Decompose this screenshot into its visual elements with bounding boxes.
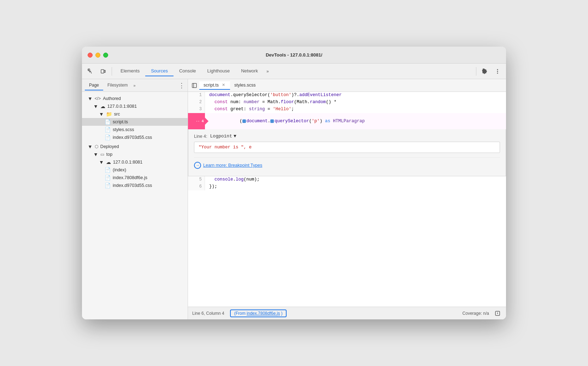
cloud-icon: ☁ <box>100 104 105 109</box>
tab-lighthouse[interactable]: Lighthouse <box>202 66 236 76</box>
more-panel-tabs-button[interactable]: » <box>133 83 135 88</box>
logpoint-input[interactable]: "Your number is ", e <box>194 142 500 153</box>
code-tab-styles-scss[interactable]: styles.scss <box>230 81 260 90</box>
top-icon: ▭ <box>100 152 104 157</box>
logpoint-dropdown-arrow: ▼ <box>234 134 236 139</box>
authored-label: Authored <box>103 96 121 101</box>
tree-item-index-css-1[interactable]: 📄 index.d9703d55.css <box>82 134 188 141</box>
close-script-ts-button[interactable]: ✕ <box>221 83 226 88</box>
hide-navigator-button[interactable] <box>189 81 199 90</box>
line-number-2: 2 <box>188 99 205 106</box>
toolbar-divider-1 <box>112 67 112 76</box>
logpoint-type-label: Logpoint <box>210 134 232 139</box>
cloud-icon-2: ☁ <box>106 159 111 165</box>
breakpoint-marker: ·· 4 <box>188 113 205 129</box>
logpoint-popup: Line 4: Logpoint ▼ "Your number is ", e … <box>188 129 506 176</box>
code-line-1: 1 document.querySelector('button')?.addE… <box>188 92 506 99</box>
from-source-link[interactable]: index.7808df6e.js <box>247 311 280 316</box>
logpoint-header: Line 4: Logpoint ▼ <box>194 134 500 139</box>
tab-elements[interactable]: Elements <box>115 66 145 76</box>
authored-icon: ▼ <box>88 96 93 101</box>
expand-icon: ▼ <box>93 104 98 109</box>
deployed-host-label: 127.0.0.1:8081 <box>113 160 142 165</box>
tree-item-index-css-2[interactable]: 📄 index.d9703d55.css <box>82 182 188 189</box>
status-right: Coverage: n/a <box>463 309 502 318</box>
learn-more-link[interactable]: Learn more: Breakpoint Types <box>203 163 262 168</box>
code-tab-script-ts[interactable]: script.ts ✕ <box>199 81 230 90</box>
device-toolbar-button[interactable] <box>98 66 109 77</box>
svg-rect-1 <box>101 70 104 73</box>
cursor-position: Line 6, Column 4 <box>192 311 224 316</box>
settings-button[interactable] <box>479 66 490 77</box>
svg-point-4 <box>497 71 498 72</box>
tree-item-deployed-host[interactable]: ▼ ☁ 127.0.0.1:8081 <box>82 158 188 166</box>
expand-icon-src: ▼ <box>99 111 104 117</box>
line-content-3: const greet: string = 'Hello'; <box>205 106 506 113</box>
file-css-icon-1: 📄 <box>105 135 111 140</box>
close-button[interactable] <box>88 53 93 58</box>
code-line-3: 3 const greet: string = 'Hello'; <box>188 106 506 113</box>
tree-item-authored[interactable]: ▼ </> Authored <box>82 95 188 102</box>
line-number-6: 6 <box>188 183 205 190</box>
file-css-icon-2: 📄 <box>105 183 111 188</box>
line-number-5: 5 <box>188 176 205 183</box>
svg-rect-2 <box>104 70 105 72</box>
line-number-1: 1 <box>188 92 205 99</box>
code-icon: </> <box>95 96 101 101</box>
styles-scss-label: styles.scss <box>113 127 134 132</box>
index-label: (index) <box>113 167 126 172</box>
index-css-1-label: index.d9703d55.css <box>113 135 152 140</box>
logpoint-input-value: "Your number is ", e <box>199 145 252 150</box>
tree-item-authored-host[interactable]: ▼ ☁ 127.0.0.1:8081 <box>82 102 188 110</box>
from-source-box: (From index.7808df6e.js ) <box>230 309 287 317</box>
expand-icon-deployed: ▼ <box>88 144 93 149</box>
titlebar: DevTools - 127.0.0.1:8081/ <box>82 47 506 64</box>
tab-console[interactable]: Console <box>174 66 202 76</box>
deployed-label: Deployed <box>100 144 119 149</box>
minimize-button[interactable] <box>95 53 100 58</box>
file-js-icon: 📄 <box>105 175 111 181</box>
bottom-code-section: 5 console.log(num); 6 }); <box>188 176 506 307</box>
expand-icon-dhost: ▼ <box>99 159 104 165</box>
expand-icon-top: ▼ <box>93 152 98 157</box>
tab-filesystem[interactable]: Filesystem <box>103 81 132 90</box>
customize-button[interactable] <box>492 66 503 77</box>
learn-more-section: → Learn more: Breakpoint Types <box>194 157 500 172</box>
tree-item-src[interactable]: ▼ 📁 src <box>82 110 188 118</box>
line-content-2: const num: number = Math.floor(Math.rand… <box>205 99 506 106</box>
line-number-3: 3 <box>188 106 205 113</box>
main-toolbar: Elements Sources Console Lighthouse Netw… <box>82 64 506 79</box>
more-tabs-button[interactable]: » <box>264 67 272 75</box>
panel-tabs: Page Filesystem » ⋮ <box>82 79 188 92</box>
line-content-1: document.querySelector('button')?.addEve… <box>205 92 506 99</box>
svg-rect-6 <box>192 83 196 88</box>
main-nav-tabs: Elements Sources Console Lighthouse Netw… <box>115 66 473 76</box>
line-content-5: console.log(num); <box>205 176 506 183</box>
coverage-label: Coverage: n/a <box>463 311 489 316</box>
code-editor[interactable]: 1 document.querySelector('button')?.addE… <box>188 92 506 307</box>
tab-page[interactable]: Page <box>85 81 103 90</box>
tree-item-index[interactable]: 📄 (index) <box>82 166 188 174</box>
tree-item-styles-scss[interactable]: 📄 styles.scss <box>82 126 188 134</box>
tab-sources[interactable]: Sources <box>145 66 174 76</box>
deployed-icon: ⬡ <box>95 144 98 149</box>
logpoint-type-dropdown[interactable]: Logpoint ▼ <box>210 134 236 139</box>
svg-point-5 <box>497 72 498 73</box>
tree-item-index-js[interactable]: 📄 index.7808df6e.js <box>82 174 188 182</box>
coverage-info-button[interactable] <box>493 309 502 318</box>
maximize-button[interactable] <box>103 53 108 58</box>
left-panel: Page Filesystem » ⋮ ▼ </> Authored ▼ ☁ 1… <box>82 79 188 319</box>
devtools-window: DevTools - 127.0.0.1:8081/ Elements Sour… <box>82 47 506 319</box>
tree-item-script-ts[interactable]: 📄 script.ts <box>82 118 188 126</box>
tab-network[interactable]: Network <box>235 66 264 76</box>
code-panel: script.ts ✕ styles.scss 1 document.query… <box>188 79 506 319</box>
tree-item-top[interactable]: ▼ ▭ top <box>82 150 188 158</box>
file-tree: ▼ </> Authored ▼ ☁ 127.0.0.1:8081 ▼ 📁 sr… <box>82 92 188 319</box>
code-tab-script-ts-label: script.ts <box>204 83 219 88</box>
index-css-2-label: index.d9703d55.css <box>113 183 152 188</box>
file-index-icon: 📄 <box>105 167 111 173</box>
traffic-lights <box>88 53 108 58</box>
tree-item-deployed[interactable]: ▼ ⬡ Deployed <box>82 143 188 150</box>
inspect-element-button[interactable] <box>85 66 96 77</box>
panel-menu-button[interactable]: ⋮ <box>178 82 185 89</box>
